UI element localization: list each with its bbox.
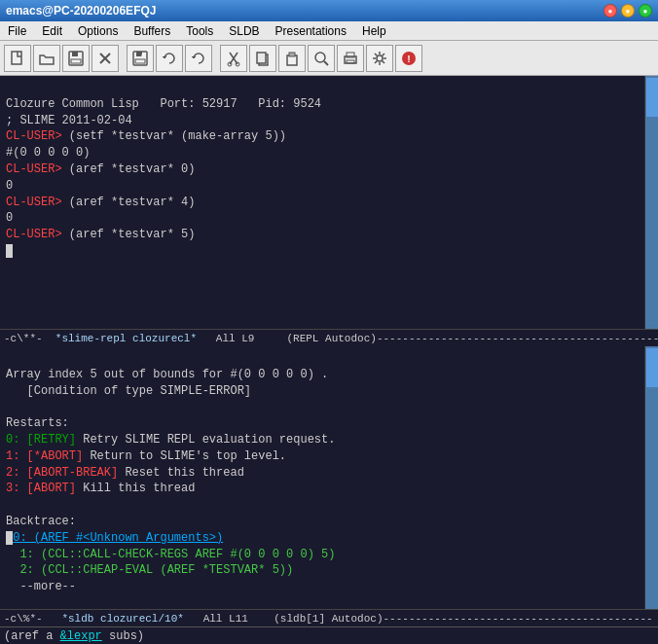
toolbar-separator-2 [214, 45, 218, 72]
debugger-content[interactable]: Array index 5 out of bounds for #(0 0 0 … [0, 346, 644, 609]
repl-prompt-3: CL-USER> [6, 196, 62, 209]
debugger-scrollbar[interactable] [644, 346, 658, 609]
menu-file[interactable]: File [0, 21, 34, 40]
svg-rect-17 [289, 53, 295, 56]
repl-scrollbar-thumb[interactable] [646, 78, 658, 117]
revert-buffer-button[interactable] [156, 45, 183, 72]
repl-prompt-2: CL-USER> [6, 162, 62, 176]
svg-text:!: ! [406, 54, 412, 65]
repl-prompt-1: CL-USER> [6, 129, 62, 143]
repl-content[interactable]: Clozure Common Lisp Port: 52917 Pid: 952… [0, 76, 644, 329]
menu-sldb[interactable]: SLDB [221, 21, 267, 40]
repl-panel: Clozure Common Lisp Port: 52917 Pid: 952… [0, 76, 658, 329]
editor-container: Clozure Common Lisp Port: 52917 Pid: 952… [0, 76, 658, 644]
paste-button[interactable] [278, 45, 306, 72]
error-msg: Array index 5 out of bounds for #(0 0 0 … [6, 368, 328, 430]
repl-cmd-2: (aref *testvar* 0) [62, 162, 196, 176]
save-as-button[interactable]: A [127, 45, 154, 72]
restart-3[interactable]: 3: [ABORT] [6, 482, 76, 495]
restart-0-desc: Retry SLIME REPL evaluation request. [76, 433, 335, 447]
repl-header: Clozure Common Lisp Port: 52917 Pid: 952… [6, 97, 321, 111]
debugger-panel: Array index 5 out of bounds for #(0 0 0 … [0, 346, 658, 609]
open-file-button[interactable] [33, 45, 60, 72]
mini-input-bar: (aref a &lexpr subs) [0, 626, 658, 644]
customize-button[interactable] [366, 45, 393, 72]
menu-presentations[interactable]: Presentations [268, 21, 354, 40]
repl-cmd-4: (aref *testvar* 5) [62, 228, 196, 241]
repl-scrollbar[interactable] [644, 76, 658, 329]
repl-cmd-1: (setf *testvar* (make-array 5)) [62, 129, 286, 143]
menu-edit[interactable]: Edit [34, 21, 70, 40]
repl-status-text: -c\**- *slime-repl clozurecl* All L9 (RE… [4, 333, 658, 344]
close-window-button[interactable]: ● [603, 4, 617, 18]
mini-input-text: (aref a &lexpr subs) [4, 629, 144, 643]
svg-text:A: A [141, 52, 145, 58]
repl-status-bar: -c\**- *slime-repl clozurecl* All L9 (RE… [0, 329, 658, 346]
restart-2[interactable]: 2: [ABORT-BREAK] [6, 466, 118, 480]
close-buffer-button[interactable] [91, 45, 119, 72]
repl-cursor [6, 244, 13, 258]
svg-rect-8 [135, 59, 145, 63]
copy-button[interactable] [249, 45, 276, 72]
minimize-window-button[interactable]: ● [621, 4, 635, 18]
mini-highlight: &lexpr [60, 629, 102, 643]
repl-cmd-3: (aref *testvar* 4) [62, 196, 196, 209]
svg-rect-0 [12, 52, 21, 64]
restart-3-desc: Kill this thread Backtrace: 0: (AREF #<U… [6, 482, 335, 593]
debugger-status-bar: -c\%*- *sldb clozurecl/10* All L11 (sldb… [0, 609, 658, 626]
find-button[interactable] [308, 45, 335, 72]
frame-0[interactable]: 0: (AREF #<Unknown Arguments>) [13, 531, 223, 545]
sldb-button[interactable]: ! [395, 45, 422, 72]
slime-comment: ; SLIME 2011-02-04 [6, 114, 132, 127]
repl-result-3: 0 [6, 211, 13, 225]
debugger-scrollbar-thumb[interactable] [646, 348, 658, 387]
menu-help[interactable]: Help [354, 21, 394, 40]
frame-2-num: 2: (CCL::CHEAP-EVAL (AREF *TESTVAR* 5)) [19, 563, 293, 577]
menu-bar: File Edit Options Buffers Tools SLDB Pre… [0, 21, 658, 41]
debugger-status-text: -c\%*- *sldb clozurecl/10* All L11 (sldb… [4, 613, 653, 625]
menu-tools[interactable]: Tools [178, 21, 221, 40]
save-file-button[interactable] [62, 45, 90, 72]
restart-1[interactable]: 1: [*ABORT] [6, 449, 83, 463]
svg-point-23 [377, 55, 383, 61]
window-title: emacs@PC-20200206EFQJ [6, 4, 156, 18]
maximize-window-button[interactable]: ● [639, 4, 652, 18]
svg-rect-22 [347, 60, 354, 63]
new-file-button[interactable] [4, 45, 31, 72]
repl-result-2: 0 [6, 179, 13, 193]
print-button[interactable] [337, 45, 364, 72]
restart-2-desc: Reset this thread [118, 466, 244, 480]
menu-options[interactable]: Options [70, 21, 126, 40]
frame-1-num: 1: (CCL::CALL-CHECK-REGS AREF #(0 0 0 0 … [19, 548, 335, 561]
cut-button[interactable] [220, 45, 247, 72]
undo-button[interactable] [185, 45, 212, 72]
restart-0[interactable]: 0: [RETRY] [6, 433, 76, 447]
restart-1-desc: Return to SLIME's top level. [83, 449, 286, 463]
repl-prompt-4: CL-USER> [6, 228, 62, 241]
svg-rect-2 [72, 52, 78, 56]
svg-rect-15 [257, 53, 266, 63]
svg-line-19 [324, 61, 328, 65]
menu-buffers[interactable]: Buffers [126, 21, 178, 40]
toolbar: A ! [0, 41, 658, 76]
svg-point-18 [315, 53, 325, 62]
title-bar: emacs@PC-20200206EFQJ ● ● ● [0, 0, 658, 21]
repl-result-1: #(0 0 0 0 0) [6, 146, 90, 160]
svg-rect-3 [71, 59, 81, 63]
toolbar-separator-1 [121, 45, 125, 72]
window-controls: ● ● ● [603, 4, 652, 18]
